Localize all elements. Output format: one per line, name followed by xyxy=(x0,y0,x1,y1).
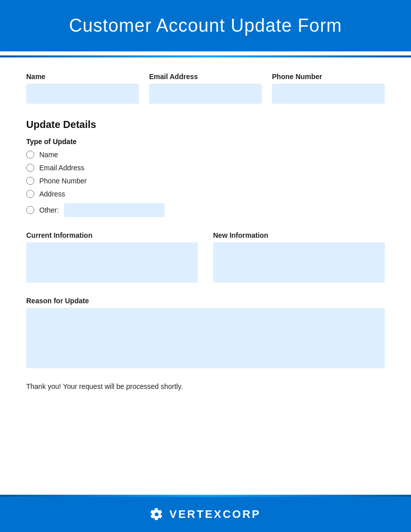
radio-phone-label: Phone Number xyxy=(39,177,87,185)
reason-group: Reason for Update xyxy=(26,297,385,368)
form-content: Name Email Address Phone Number Update D… xyxy=(0,57,411,495)
email-label: Email Address xyxy=(149,73,262,81)
update-details-section: Update Details Type of Update Name Email… xyxy=(26,119,385,217)
brand-name: VERTEXCORP xyxy=(169,508,261,521)
radio-name-label: Name xyxy=(39,151,58,159)
radio-item-other: Other: xyxy=(26,203,385,217)
radio-email-label: Email Address xyxy=(39,164,84,172)
email-input[interactable] xyxy=(149,84,262,104)
type-of-update-label: Type of Update xyxy=(26,138,385,146)
phone-input[interactable] xyxy=(272,84,385,104)
current-info-group: Current Information xyxy=(26,231,198,283)
radio-email[interactable] xyxy=(26,164,34,172)
radio-item-phone: Phone Number xyxy=(26,177,385,185)
reason-textarea[interactable] xyxy=(26,308,385,368)
new-info-label: New Information xyxy=(213,231,385,239)
page-footer: VERTEXCORP xyxy=(0,497,411,532)
radio-address[interactable] xyxy=(26,190,34,198)
current-new-info-row: Current Information New Information xyxy=(26,231,385,283)
new-info-textarea[interactable] xyxy=(213,242,385,283)
radio-item-name: Name xyxy=(26,151,385,159)
radio-group-type: Name Email Address Phone Number Address … xyxy=(26,151,385,217)
update-details-title: Update Details xyxy=(26,119,385,130)
radio-address-label: Address xyxy=(39,190,65,198)
name-field-group: Name xyxy=(26,73,139,104)
new-info-group: New Information xyxy=(213,231,385,283)
page-header: Customer Account Update Form xyxy=(0,0,411,51)
name-label: Name xyxy=(26,73,139,81)
radio-name[interactable] xyxy=(26,151,34,159)
radio-other[interactable] xyxy=(26,206,34,214)
other-text-input[interactable] xyxy=(64,203,165,217)
thank-you-text: Thank you! Your request will be processe… xyxy=(26,382,385,390)
current-info-textarea[interactable] xyxy=(26,242,198,283)
email-field-group: Email Address xyxy=(149,73,262,104)
radio-item-email: Email Address xyxy=(26,164,385,172)
radio-phone[interactable] xyxy=(26,177,34,185)
reason-label: Reason for Update xyxy=(26,297,385,305)
radio-item-address: Address xyxy=(26,190,385,198)
name-input[interactable] xyxy=(26,84,139,104)
current-info-label: Current Information xyxy=(26,231,198,239)
top-fields-row: Name Email Address Phone Number xyxy=(26,73,385,104)
radio-other-label: Other: xyxy=(39,206,59,214)
vertexcorp-logo-icon xyxy=(150,508,163,521)
phone-field-group: Phone Number xyxy=(272,73,385,104)
page-title: Customer Account Update Form xyxy=(10,15,401,36)
phone-label: Phone Number xyxy=(272,73,385,81)
